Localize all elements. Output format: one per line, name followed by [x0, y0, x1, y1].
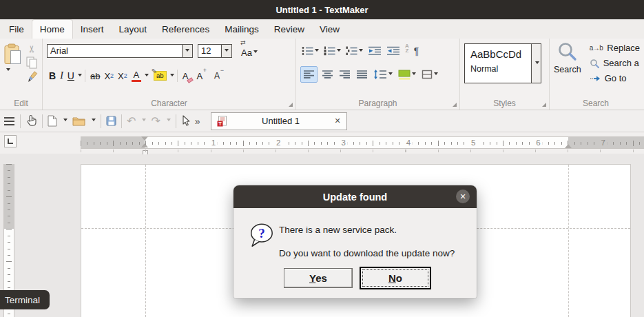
yes-button[interactable]: Yes — [284, 268, 353, 288]
tab-view[interactable]: View — [312, 19, 347, 39]
ruler-row: 1 2 3 4 5 6 7 — [0, 132, 644, 154]
paste-button[interactable] — [4, 43, 22, 65]
numbered-list-caret[interactable] — [337, 49, 341, 54]
font-color-caret[interactable] — [145, 74, 149, 79]
sort-button[interactable]: A Z — [404, 43, 411, 59]
tab-mailings[interactable]: Mailings — [217, 19, 267, 39]
bullet-list-icon — [302, 46, 313, 56]
change-case-button[interactable]: ⇄ Aa — [239, 43, 260, 59]
tab-stop-selector[interactable] — [4, 135, 17, 147]
paragraph-dialog-launcher[interactable] — [453, 103, 457, 107]
font-size-combo[interactable]: 12 — [198, 44, 232, 58]
borders-button[interactable] — [420, 67, 439, 82]
document-tab[interactable]: T Untitled 1 ✕ — [211, 112, 347, 130]
horizontal-ruler[interactable]: 1 2 3 4 5 6 7 — [81, 136, 644, 149]
first-line-indent-marker[interactable] — [141, 136, 148, 147]
dialog-close-button[interactable]: ✕ — [456, 190, 470, 203]
formatting-marks-button[interactable]: ¶ — [413, 43, 421, 59]
paste-dropdown-caret[interactable] — [6, 68, 10, 73]
character-dialog-launcher[interactable] — [289, 103, 293, 107]
search-button[interactable]: Search — [554, 41, 581, 97]
tab-file[interactable]: File — [1, 19, 32, 39]
superscript-button[interactable]: X2 — [116, 68, 129, 83]
shading-caret[interactable] — [412, 72, 416, 77]
bullet-list-caret[interactable] — [315, 49, 319, 54]
search-again-button[interactable]: Search a — [590, 58, 640, 68]
copy-icon[interactable] — [26, 57, 37, 69]
line-spacing-button[interactable] — [372, 67, 394, 82]
borders-caret[interactable] — [434, 72, 438, 77]
window-title: Untitled 1 - TextMaker — [276, 5, 368, 15]
tab-review[interactable]: Review — [267, 19, 312, 39]
search-button-label: Search — [554, 65, 581, 74]
clear-formatting-button[interactable]: A — [180, 68, 191, 83]
align-right-icon — [339, 70, 351, 79]
replace-button[interactable]: a→b Replace — [590, 43, 640, 53]
tab-references[interactable]: References — [154, 19, 217, 39]
multilevel-list-button[interactable] — [344, 43, 364, 59]
save-icon[interactable] — [106, 116, 116, 126]
shading-button[interactable] — [397, 67, 417, 82]
align-right-button[interactable] — [337, 67, 352, 82]
italic-button[interactable]: I — [58, 68, 65, 83]
dialog-message-1: There is a new service pack. — [279, 225, 397, 235]
textmaker-window: Untitled 1 - TextMaker File Home Insert … — [0, 0, 644, 317]
format-painter-icon[interactable] — [25, 71, 38, 84]
tab-layout[interactable]: Layout — [112, 19, 155, 39]
underline-button[interactable]: U — [65, 68, 76, 83]
replace-icon: a→b — [590, 44, 603, 52]
open-folder-icon[interactable] — [72, 116, 85, 126]
highlight-button[interactable]: ✎ ab — [152, 68, 169, 83]
change-case-caret[interactable] — [253, 50, 258, 55]
font-color-button[interactable]: A — [129, 68, 143, 83]
increase-indent-button[interactable] — [366, 43, 383, 59]
redo-caret[interactable] — [167, 119, 171, 123]
document-tab-label: Untitled 1 — [227, 116, 335, 126]
object-mode-pointer-icon[interactable] — [181, 115, 190, 127]
document-tab-close[interactable]: ✕ — [334, 116, 340, 125]
new-document-caret[interactable] — [63, 119, 67, 123]
cut-icon[interactable]: ✂ — [26, 45, 37, 53]
style-dropdown[interactable] — [531, 44, 541, 83]
ribbon-group-search: Search a→b Replace Search a — [550, 39, 644, 110]
bullet-list-button[interactable] — [300, 43, 320, 59]
grow-font-button[interactable]: A + — [194, 68, 207, 83]
tab-insert[interactable]: Insert — [73, 19, 112, 39]
paragraph-group-label: Paragraph — [296, 99, 459, 108]
numbered-list-button[interactable] — [322, 43, 342, 59]
svg-text:T: T — [218, 121, 222, 127]
goto-button[interactable]: Go to — [590, 73, 640, 83]
font-size-dropdown[interactable] — [221, 45, 231, 57]
dialog-titlebar[interactable]: Update found ✕ — [233, 185, 477, 208]
open-caret[interactable] — [92, 119, 96, 123]
align-center-button[interactable] — [320, 67, 335, 82]
menu-button[interactable] — [4, 117, 15, 125]
font-name-dropdown[interactable] — [182, 45, 192, 57]
undo-icon[interactable]: ↶ — [127, 114, 136, 127]
redo-icon[interactable]: ↷ — [151, 114, 160, 127]
touch-mode-icon[interactable] — [25, 114, 37, 127]
shrink-font-button[interactable]: A − — [212, 68, 224, 83]
toolbar-overflow-button[interactable]: » — [195, 116, 200, 127]
borders-icon — [422, 70, 433, 79]
undo-caret[interactable] — [142, 119, 146, 123]
new-document-icon[interactable] — [48, 115, 57, 127]
bold-button[interactable]: B — [47, 68, 58, 83]
styles-dialog-launcher[interactable] — [542, 103, 546, 107]
strikethrough-button[interactable]: ab — [88, 68, 102, 83]
subscript-button[interactable]: X2 — [102, 68, 116, 83]
justify-button[interactable] — [355, 67, 369, 82]
style-picker[interactable]: AaBbCcDd Normal — [464, 43, 541, 83]
line-spacing-caret[interactable] — [388, 72, 393, 77]
no-button[interactable]: No — [360, 267, 431, 289]
hamburger-icon — [4, 117, 14, 119]
right-indent-marker[interactable] — [565, 144, 572, 148]
tab-home[interactable]: Home — [32, 19, 73, 39]
line-spacing-icon — [373, 70, 387, 79]
underline-caret[interactable] — [78, 74, 82, 79]
decrease-indent-button[interactable] — [385, 43, 402, 59]
align-left-button[interactable] — [300, 66, 318, 83]
multilevel-list-caret[interactable] — [359, 49, 363, 54]
highlight-caret[interactable] — [170, 74, 174, 79]
font-name-combo[interactable]: Arial — [47, 44, 193, 58]
